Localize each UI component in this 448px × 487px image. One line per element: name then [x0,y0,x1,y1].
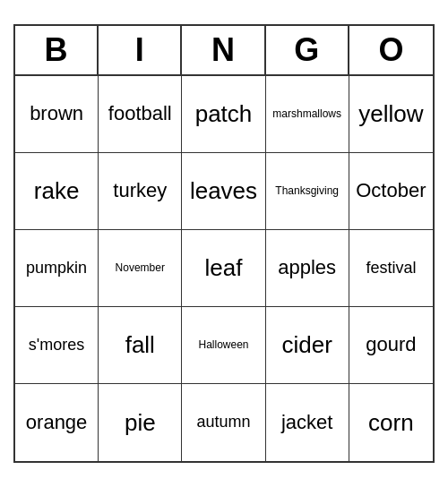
bingo-cell-text: pumpkin [26,260,87,278]
bingo-header: BINGO [15,26,433,76]
bingo-cell-r1-c4: October [349,153,433,230]
bingo-cell-text: rake [34,178,80,204]
bingo-header-letter: B [15,26,99,74]
bingo-cell-r2-c2: leaf [182,230,265,307]
bingo-cell-text: fall [125,332,155,358]
bingo-cell-r3-c0: s'mores [15,307,99,384]
bingo-cell-text: turkey [113,180,167,201]
bingo-cell-r1-c2: leaves [182,153,265,230]
bingo-cell-r3-c4: gourd [349,307,433,384]
bingo-header-letter: O [349,26,433,74]
bingo-cell-text: cider [282,332,332,358]
bingo-cell-r3-c1: fall [99,307,182,384]
bingo-cell-text: autumn [196,414,250,431]
bingo-cell-text: corn [368,410,414,436]
bingo-cell-r2-c1: November [99,230,182,307]
bingo-cell-r3-c3: cider [266,307,349,384]
bingo-cell-text: s'mores [29,337,84,355]
bingo-cell-text: Halloween [198,339,248,351]
bingo-cell-text: leaves [190,178,257,204]
bingo-grid: brownfootballpatchmarshmallowsyellowrake… [15,76,433,461]
bingo-cell-text: jacket [281,412,332,433]
bingo-cell-r2-c0: pumpkin [15,230,99,307]
bingo-cell-text: festival [366,260,416,278]
bingo-cell-text: patch [195,101,253,127]
bingo-cell-r0-c0: brown [15,76,99,153]
bingo-cell-r4-c0: orange [15,384,99,461]
bingo-cell-r3-c2: Halloween [182,307,265,384]
bingo-header-letter: N [182,26,265,74]
bingo-cell-r1-c1: turkey [99,153,182,230]
bingo-cell-r4-c1: pie [99,384,182,461]
bingo-card: BINGO brownfootballpatchmarshmallowsyell… [13,24,435,463]
bingo-cell-text: football [108,103,172,124]
bingo-cell-text: November [116,262,165,274]
bingo-cell-text: leaf [205,255,243,281]
bingo-cell-r1-c0: rake [15,153,99,230]
bingo-cell-r0-c3: marshmallows [266,76,349,153]
bingo-cell-text: brown [30,103,83,124]
bingo-cell-text: October [356,180,426,201]
bingo-header-letter: G [266,26,349,74]
bingo-cell-r0-c2: patch [182,76,265,153]
bingo-cell-text: gourd [366,334,416,355]
bingo-cell-r0-c1: football [99,76,182,153]
bingo-cell-r2-c3: apples [266,230,349,307]
bingo-cell-r1-c3: Thanksgiving [266,153,349,230]
bingo-cell-r0-c4: yellow [349,76,433,153]
bingo-cell-text: marshmallows [272,108,341,120]
bingo-cell-text: pie [125,410,156,436]
bingo-header-letter: I [99,26,182,74]
bingo-cell-text: yellow [358,101,423,127]
bingo-cell-r4-c3: jacket [266,384,349,461]
bingo-cell-text: orange [26,412,88,433]
bingo-cell-r4-c2: autumn [182,384,265,461]
bingo-cell-text: Thanksgiving [275,185,339,197]
bingo-cell-text: apples [278,257,336,278]
bingo-cell-r2-c4: festival [349,230,433,307]
bingo-cell-r4-c4: corn [349,384,433,461]
